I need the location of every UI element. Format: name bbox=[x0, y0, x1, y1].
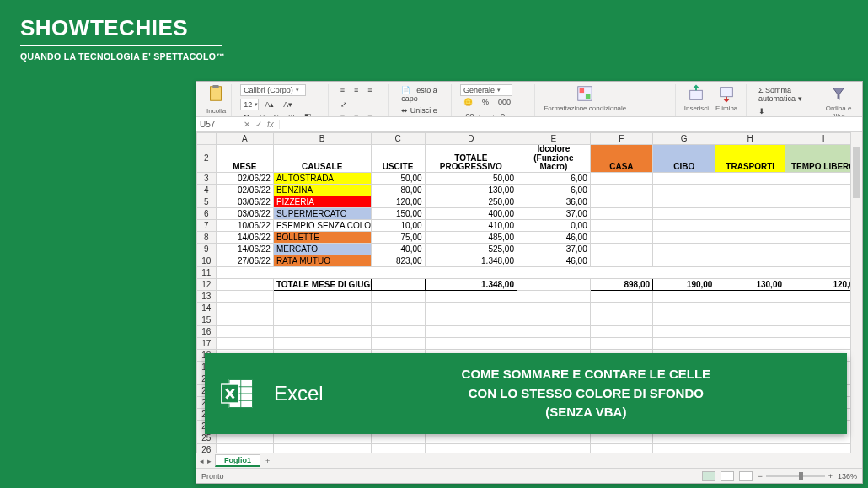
row-header[interactable]: 15 bbox=[197, 314, 217, 325]
col-header[interactable]: E bbox=[517, 133, 591, 145]
total-casa[interactable]: 898,00 bbox=[590, 278, 652, 290]
hdr-uscite[interactable]: USCITE bbox=[371, 145, 425, 173]
comma-icon[interactable]: 000 bbox=[495, 96, 514, 108]
number-format-dropdown[interactable]: Generale bbox=[460, 84, 512, 96]
hdr-cibo[interactable]: CIBO bbox=[653, 145, 715, 173]
row-header[interactable]: 10 bbox=[197, 255, 217, 266]
align-left-icon[interactable]: ≡ bbox=[337, 110, 348, 117]
sort-filter-icon[interactable] bbox=[829, 84, 848, 103]
cell-totale-progressivo[interactable]: 525,00 bbox=[425, 243, 517, 255]
fill-button[interactable]: ⬇ Riempimento ▾ bbox=[755, 105, 812, 117]
insert-cells-icon[interactable] bbox=[687, 84, 705, 103]
zoom-percent[interactable]: 136% bbox=[838, 472, 857, 480]
zoom-slider[interactable]: − + bbox=[758, 472, 833, 480]
row-header[interactable]: 9 bbox=[197, 243, 217, 255]
cell-idcolore[interactable]: 46,00 bbox=[517, 255, 591, 266]
currency-icon[interactable]: 🪙 bbox=[460, 96, 476, 108]
cell-totale-progressivo[interactable]: 410,00 bbox=[425, 219, 517, 231]
total-trasporti[interactable]: 130,00 bbox=[715, 278, 785, 290]
cell-causale[interactable]: AUTOSTRADA bbox=[273, 172, 371, 184]
cell-idcolore[interactable]: 0,00 bbox=[517, 219, 591, 231]
underline-button[interactable]: S bbox=[271, 111, 282, 118]
cell-uscite[interactable]: 120,00 bbox=[371, 196, 425, 207]
sheet-tab-active[interactable]: Foglio1 bbox=[215, 454, 260, 467]
cell-date[interactable]: 02/06/22 bbox=[216, 184, 273, 196]
cell-totale-progressivo[interactable]: 400,00 bbox=[425, 207, 517, 219]
col-header[interactable]: H bbox=[715, 133, 785, 145]
cell-causale[interactable]: MERCATO bbox=[273, 243, 371, 255]
col-header[interactable]: A bbox=[216, 133, 273, 145]
zoom-in-icon[interactable]: + bbox=[828, 472, 833, 480]
confirm-icon[interactable]: ✓ bbox=[255, 120, 262, 129]
cell-causale[interactable]: ESEMPIO SENZA COLORE bbox=[273, 219, 371, 231]
align-top-icon[interactable]: ≡ bbox=[337, 84, 348, 96]
cell-totale-progressivo[interactable]: 50,00 bbox=[425, 172, 517, 184]
autosum-button[interactable]: Σ Somma automatica ▾ bbox=[755, 84, 812, 105]
cell-uscite[interactable]: 80,00 bbox=[371, 184, 425, 196]
row-header[interactable]: 2 bbox=[197, 145, 217, 173]
align-right-icon[interactable]: ≡ bbox=[364, 110, 375, 117]
hdr-causale[interactable]: CAUSALE bbox=[273, 145, 371, 173]
row-header[interactable]: 7 bbox=[197, 219, 217, 231]
row-header[interactable]: 4 bbox=[197, 184, 217, 196]
row-header[interactable]: 16 bbox=[197, 325, 217, 337]
cancel-icon[interactable]: ✕ bbox=[244, 120, 250, 129]
paste-icon[interactable] bbox=[206, 84, 225, 103]
row-header[interactable]: 5 bbox=[197, 196, 217, 207]
cell-totale-progressivo[interactable]: 485,00 bbox=[425, 231, 517, 243]
cell-totale-progressivo[interactable]: 250,00 bbox=[425, 196, 517, 207]
cell-uscite[interactable]: 40,00 bbox=[371, 243, 425, 255]
cell-idcolore[interactable]: 37,00 bbox=[517, 243, 591, 255]
row-header[interactable]: 12 bbox=[197, 278, 217, 290]
add-sheet-button[interactable]: + bbox=[260, 457, 275, 465]
align-center-icon[interactable]: ≡ bbox=[351, 110, 362, 117]
orientation-icon[interactable]: ⤢ bbox=[337, 99, 351, 110]
cell-date[interactable]: 27/06/22 bbox=[216, 255, 273, 266]
view-pagebreak-button[interactable] bbox=[739, 471, 753, 481]
cell-date[interactable]: 10/06/22 bbox=[216, 219, 273, 231]
font-family-dropdown[interactable]: Calibri (Corpo) bbox=[240, 84, 306, 96]
cell-totale-progressivo[interactable]: 130,00 bbox=[425, 184, 517, 196]
total-label[interactable]: TOTALE MESE DI GIUGNO 2022 bbox=[273, 278, 371, 290]
hdr-casa[interactable]: CASA bbox=[590, 145, 652, 173]
increase-font-icon[interactable]: A▴ bbox=[261, 99, 277, 110]
border-icon[interactable]: ⊞ bbox=[285, 111, 298, 118]
cell-date[interactable]: 02/06/22 bbox=[216, 172, 273, 184]
row-header[interactable]: 17 bbox=[197, 337, 217, 349]
total-cibo[interactable]: 190,00 bbox=[653, 278, 715, 290]
cell-totale-progressivo[interactable]: 1.348,00 bbox=[425, 255, 517, 266]
delete-cells-icon[interactable] bbox=[717, 84, 736, 103]
hdr-trasporti[interactable]: TRASPORTI bbox=[715, 145, 785, 173]
row-header[interactable]: 8 bbox=[197, 231, 217, 243]
cell-idcolore[interactable]: 6,00 bbox=[517, 172, 591, 184]
row-header[interactable]: 13 bbox=[197, 290, 217, 302]
total-progressivo[interactable]: 1.348,00 bbox=[425, 278, 517, 290]
select-all-corner[interactable] bbox=[197, 133, 217, 145]
bold-button[interactable]: G bbox=[240, 111, 253, 118]
cell-uscite[interactable]: 823,00 bbox=[371, 255, 425, 266]
row-header[interactable]: 6 bbox=[197, 207, 217, 219]
merge-center-button[interactable]: ⬌ Unisci e centra ▾ bbox=[398, 105, 446, 117]
row-header[interactable]: 14 bbox=[197, 302, 217, 314]
cell-idcolore[interactable]: 46,00 bbox=[517, 231, 591, 243]
cell-uscite[interactable]: 10,00 bbox=[371, 219, 425, 231]
vertical-scrollbar[interactable] bbox=[850, 132, 862, 453]
cell-date[interactable]: 03/06/22 bbox=[216, 207, 273, 219]
col-header[interactable]: B bbox=[273, 133, 371, 145]
align-mid-icon[interactable]: ≡ bbox=[351, 84, 362, 96]
scrollbar-thumb[interactable] bbox=[853, 147, 860, 198]
view-layout-button[interactable] bbox=[721, 471, 734, 481]
hdr-totprog[interactable]: TOTALE PROGRESSIVO bbox=[425, 145, 517, 173]
percent-icon[interactable]: % bbox=[479, 96, 492, 108]
fill-color-icon[interactable]: ◧ bbox=[301, 110, 315, 117]
tab-next-icon[interactable]: ▸ bbox=[207, 457, 212, 465]
cell-date[interactable]: 14/06/22 bbox=[216, 231, 273, 243]
wrap-text-button[interactable]: 📄 Testo a capo bbox=[398, 84, 446, 105]
cell-idcolore[interactable]: 37,00 bbox=[517, 207, 591, 219]
cell-uscite[interactable]: 150,00 bbox=[371, 207, 425, 219]
increase-decimal-icon[interactable]: .00→ bbox=[460, 110, 485, 117]
cell-idcolore[interactable]: 6,00 bbox=[517, 184, 591, 196]
hdr-mese[interactable]: MESE bbox=[216, 145, 273, 173]
cell-date[interactable]: 03/06/22 bbox=[216, 196, 273, 207]
cond-format-icon[interactable] bbox=[576, 84, 594, 103]
